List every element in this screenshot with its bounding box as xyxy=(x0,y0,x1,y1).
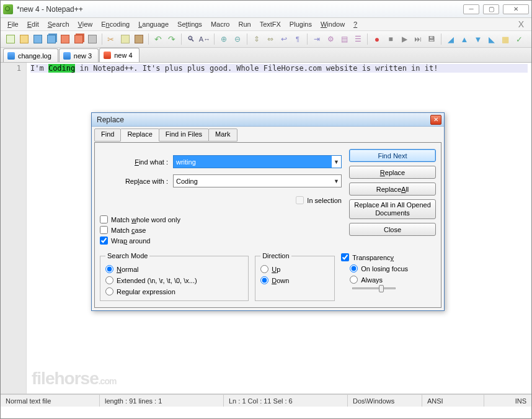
menu-file[interactable]: File xyxy=(3,19,23,29)
match-whole-word-checkbox[interactable]: Match whole word only xyxy=(100,215,342,223)
tb-docmap-icon[interactable]: ▤ xyxy=(338,33,350,45)
tb-copy-icon[interactable] xyxy=(119,33,131,45)
tb-yellow1-icon[interactable]: ▦ xyxy=(499,33,512,45)
dlg-tab-find[interactable]: Find xyxy=(94,128,121,142)
doctab-new4[interactable]: new 4 xyxy=(99,48,139,62)
radio-down[interactable]: Down xyxy=(260,276,329,284)
slider-thumb[interactable] xyxy=(379,285,384,292)
transparency-checkbox[interactable]: Transparency xyxy=(341,253,436,261)
tb-new-icon[interactable] xyxy=(4,33,17,45)
dialog-close-button[interactable]: ✕ xyxy=(430,115,441,125)
dlg-tab-replace[interactable]: Replace xyxy=(120,128,159,142)
menu-view[interactable]: View xyxy=(74,19,97,29)
tb-closeall-icon[interactable] xyxy=(73,33,85,45)
code-line: I'm Coding in Notepad++. It's plus plus … xyxy=(30,64,528,73)
radio-always[interactable]: Always xyxy=(350,276,436,284)
tb-yellow2-icon[interactable]: ✓ xyxy=(513,33,525,45)
tb-synch-icon[interactable]: ⇔ xyxy=(264,33,277,45)
tb-syncv-icon[interactable]: ⇕ xyxy=(250,33,263,45)
menu-settings[interactable]: Settings xyxy=(173,19,206,29)
radio-regex[interactable]: Regular expression xyxy=(105,287,243,295)
tb-replace-icon[interactable]: A↔ xyxy=(198,33,211,45)
replace-with-input[interactable] xyxy=(174,175,332,187)
transparency-group: Transparency On losing focus Always xyxy=(341,247,436,301)
replace-all-opened-button[interactable]: Replace All in All Opened Documents xyxy=(349,199,436,219)
menubar-close-icon[interactable]: X xyxy=(513,19,529,29)
tb-allchars-icon[interactable]: ¶ xyxy=(291,33,304,45)
menu-help[interactable]: ? xyxy=(349,19,361,29)
replace-with-combo[interactable]: ▼ xyxy=(173,174,342,187)
find-next-button[interactable]: Find Next xyxy=(349,149,436,162)
save-state-icon xyxy=(7,52,15,60)
tb-print-icon[interactable] xyxy=(86,33,99,45)
doctab-label: change.log xyxy=(18,52,51,60)
match-case-checkbox[interactable]: Match case xyxy=(100,226,342,234)
tb-paste-icon[interactable] xyxy=(133,33,145,45)
minimize-button[interactable]: ─ xyxy=(463,4,479,14)
window-close-button[interactable]: ✕ xyxy=(503,4,529,14)
find-what-label: Find what : xyxy=(100,158,168,166)
doctab-new3[interactable]: new 3 xyxy=(59,48,99,62)
find-what-input[interactable] xyxy=(174,156,332,168)
radio-on-losing-focus[interactable]: On losing focus xyxy=(350,264,436,273)
dlg-tab-mark[interactable]: Mark xyxy=(208,128,237,142)
line-number-gutter: 1 xyxy=(1,63,27,394)
status-length: length : 91 lines : 1 xyxy=(100,395,224,407)
tb-blue4-icon[interactable]: ◣ xyxy=(485,33,498,45)
tb-macro-playn-icon[interactable]: ⏭︎ xyxy=(412,33,424,45)
tb-wrap-icon[interactable]: ↩ xyxy=(278,33,290,45)
radio-extended[interactable]: Extended (\n, \r, \t, \0, \x...) xyxy=(105,276,243,284)
status-position: Ln : 1 Col : 11 Sel : 6 xyxy=(224,395,348,407)
menu-run[interactable]: Run xyxy=(234,19,255,29)
replace-button[interactable]: Replace xyxy=(349,166,436,179)
transparency-slider[interactable] xyxy=(352,287,396,289)
tb-indent-icon[interactable]: ⇥ xyxy=(311,33,323,45)
tb-cut-icon[interactable]: ✂ xyxy=(105,33,118,45)
menu-macro[interactable]: Macro xyxy=(206,19,234,29)
tb-saveall-icon[interactable] xyxy=(45,33,58,45)
tb-macro-save-icon[interactable]: 💾︎ xyxy=(425,33,438,45)
direction-legend: Direction xyxy=(260,252,291,259)
menu-window[interactable]: Window xyxy=(316,19,349,29)
tb-close-icon[interactable] xyxy=(59,33,71,45)
menu-language[interactable]: Language xyxy=(134,19,173,29)
dialog-titlebar[interactable]: Replace ✕ xyxy=(92,113,444,127)
dropdown-arrow-icon[interactable]: ▼ xyxy=(332,159,341,165)
find-what-combo[interactable]: ▼ xyxy=(173,155,342,168)
menu-textfx[interactable]: TextFX xyxy=(255,19,285,29)
status-eol: Dos\Windows xyxy=(348,395,422,407)
dropdown-arrow-icon[interactable]: ▼ xyxy=(332,178,341,184)
replace-with-label: Replace with : xyxy=(100,178,168,185)
wrap-around-checkbox[interactable]: Wrap around xyxy=(100,237,342,245)
menu-plugins[interactable]: Plugins xyxy=(285,19,316,29)
menu-encoding[interactable]: Encoding xyxy=(97,19,134,29)
in-selection-checkbox[interactable]: In selection xyxy=(296,196,342,204)
radio-normal[interactable]: Normal xyxy=(105,265,243,273)
tb-zoomin-icon[interactable]: ⊕ xyxy=(218,33,230,45)
dlg-tab-findinfiles[interactable]: Find in Files xyxy=(159,128,209,142)
menu-edit[interactable]: Edit xyxy=(23,19,43,29)
tb-blue3-icon[interactable]: ▼ xyxy=(472,33,484,45)
tb-blue2-icon[interactable]: ▲ xyxy=(458,33,471,45)
tb-zoomout-icon[interactable]: ⊖ xyxy=(231,33,244,45)
tb-macro-rec-icon[interactable]: ● xyxy=(371,33,383,45)
tb-userdef-icon[interactable]: ⚙︎ xyxy=(324,33,337,45)
tb-funclist-icon[interactable]: ☰ xyxy=(352,33,364,45)
tb-macro-stop-icon[interactable]: ■ xyxy=(384,33,397,45)
radio-up[interactable]: Up xyxy=(260,265,329,273)
tb-blue1-icon[interactable]: ◢ xyxy=(445,33,457,45)
tb-undo-icon[interactable]: ↶ xyxy=(152,33,164,45)
doctab-changelog[interactable]: change.log xyxy=(3,48,58,62)
tb-save-icon[interactable] xyxy=(32,33,44,45)
tb-macro-play-icon[interactable]: ▶ xyxy=(398,33,410,45)
maximize-button[interactable]: ▢ xyxy=(483,4,499,14)
line-number: 1 xyxy=(1,64,21,73)
menu-search[interactable]: Search xyxy=(43,19,74,29)
replace-all-button[interactable]: Replace All xyxy=(349,182,436,196)
tb-redo-icon[interactable]: ↷ xyxy=(166,33,178,45)
tb-open-icon[interactable] xyxy=(18,33,30,45)
toolbar: ✂ ↶ ↷ 🔍︎ A↔ ⊕ ⊖ ⇕ ⇔ ↩ ¶ ⇥ ⚙︎ ▤ ☰ ● ■ ▶ ⏭… xyxy=(1,30,531,48)
close-button[interactable]: Close xyxy=(349,223,436,236)
tb-find-icon[interactable]: 🔍︎ xyxy=(185,33,197,45)
status-insert-mode: INS xyxy=(484,395,531,407)
